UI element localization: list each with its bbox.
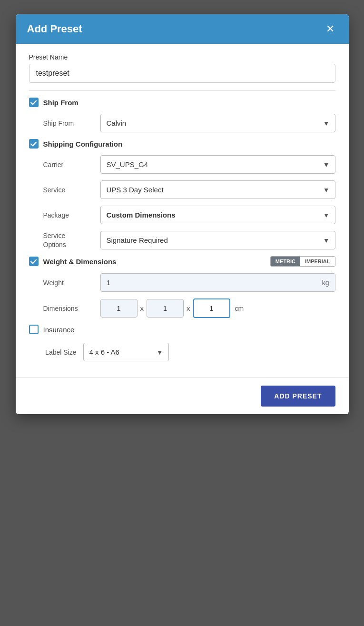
label-size-select-wrapper: 4 x 6 - A6 4 x 8 - A6 Letter ▼ <box>83 343 169 361</box>
imperial-button[interactable]: IMPERIAL <box>300 257 335 266</box>
preset-name-group: Preset Name <box>29 53 335 83</box>
dimensions-row: Dimensions x x cm <box>29 298 335 318</box>
insurance-label: Insurance <box>43 326 75 334</box>
weight-input[interactable] <box>101 274 316 291</box>
service-options-label: ServiceOptions <box>43 231 100 248</box>
ship-from-header: Ship From <box>29 98 335 107</box>
carrier-select-wrapper: SV_UPS_G4 SV_USPS SV_FEDEX ▼ <box>100 155 335 174</box>
dim-x-2: x <box>187 304 190 312</box>
ship-from-field-label: Ship From <box>43 119 100 127</box>
dimensions-unit-label: cm <box>235 305 244 312</box>
preset-name-label: Preset Name <box>29 53 335 61</box>
ship-from-section-title: Ship From <box>43 99 79 107</box>
insurance-checkbox[interactable] <box>29 325 39 334</box>
weight-label: Weight <box>43 279 100 287</box>
ship-from-checkbox[interactable] <box>29 98 39 107</box>
shipping-config-section: Shipping Configuration Carrier SV_UPS_G4… <box>29 139 335 249</box>
modal-overlay: Add Preset ✕ Preset Name Ship From <box>16 14 349 414</box>
dim-x-1: x <box>140 304 144 312</box>
weight-row: Weight kg <box>29 273 335 292</box>
ship-from-select[interactable]: Calvin Other <box>100 114 335 132</box>
package-select[interactable]: Custom Dimensions UPS Letter UPS Pak <box>100 206 335 224</box>
package-label: Package <box>43 211 100 219</box>
modal-body: Preset Name Ship From Ship From <box>16 44 349 378</box>
modal-footer: ADD PRESET <box>16 378 349 414</box>
carrier-row: Carrier SV_UPS_G4 SV_USPS SV_FEDEX ▼ <box>29 155 335 174</box>
insurance-row: Insurance <box>29 325 335 334</box>
service-options-select[interactable]: Signature Required No Signature Adult Si… <box>100 231 335 249</box>
weight-dimensions-section: Weight & Dimensions METRIC IMPERIAL Weig… <box>29 256 335 318</box>
carrier-select[interactable]: SV_UPS_G4 SV_USPS SV_FEDEX <box>100 155 335 174</box>
dimensions-inputs: x x cm <box>100 298 244 318</box>
preset-name-input[interactable] <box>29 64 335 83</box>
label-size-select[interactable]: 4 x 6 - A6 4 x 8 - A6 Letter <box>83 343 169 361</box>
add-preset-modal: Add Preset ✕ Preset Name Ship From <box>16 14 349 414</box>
modal-title: Add Preset <box>27 23 82 35</box>
unit-toggle-wrapper: METRIC IMPERIAL <box>270 256 335 267</box>
unit-toggle: METRIC IMPERIAL <box>270 256 335 267</box>
service-select[interactable]: UPS 3 Day Select UPS Ground UPS 2nd Day … <box>100 180 335 199</box>
ship-from-row: Ship From Calvin Other ▼ <box>29 114 335 132</box>
ship-from-select-wrapper: Calvin Other ▼ <box>100 114 335 132</box>
weight-dimensions-title: Weight & Dimensions <box>43 258 117 266</box>
weight-dimensions-header: Weight & Dimensions METRIC IMPERIAL <box>29 256 335 267</box>
weight-dimensions-checkbox[interactable] <box>29 257 39 266</box>
shipping-config-checkbox[interactable] <box>29 139 39 149</box>
service-label: Service <box>43 186 100 194</box>
weight-unit-label: kg <box>316 274 335 291</box>
package-row: Package Custom Dimensions UPS Letter UPS… <box>29 206 335 224</box>
dimension-1-input[interactable] <box>100 299 138 318</box>
weight-input-wrapper: kg <box>100 273 335 292</box>
label-size-label: Label Size <box>29 348 77 356</box>
carrier-label: Carrier <box>43 161 100 169</box>
service-row: Service UPS 3 Day Select UPS Ground UPS … <box>29 180 335 199</box>
metric-button[interactable]: METRIC <box>271 257 300 266</box>
service-options-select-wrapper: Signature Required No Signature Adult Si… <box>100 231 335 249</box>
dimensions-label: Dimensions <box>43 305 100 312</box>
service-options-row: ServiceOptions Signature Required No Sig… <box>29 231 335 249</box>
weight-dimensions-left: Weight & Dimensions <box>29 257 117 266</box>
divider-1 <box>29 90 335 91</box>
dimension-3-input[interactable] <box>193 298 230 318</box>
dimension-2-input[interactable] <box>147 299 184 318</box>
add-preset-button[interactable]: ADD PRESET <box>261 386 335 407</box>
label-size-row: Label Size 4 x 6 - A6 4 x 8 - A6 Letter … <box>29 343 335 361</box>
package-select-wrapper: Custom Dimensions UPS Letter UPS Pak ▼ <box>100 206 335 224</box>
close-button[interactable]: ✕ <box>323 23 337 35</box>
shipping-config-header: Shipping Configuration <box>29 139 335 149</box>
modal-header: Add Preset ✕ <box>16 14 349 44</box>
shipping-config-title: Shipping Configuration <box>43 140 123 148</box>
ship-from-section: Ship From Ship From Calvin Other ▼ <box>29 98 335 132</box>
service-select-wrapper: UPS 3 Day Select UPS Ground UPS 2nd Day … <box>100 180 335 199</box>
